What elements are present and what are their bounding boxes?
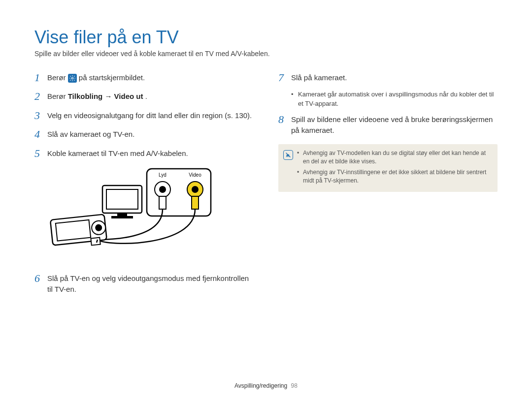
connection-illustration: Lyd Video [48, 166, 254, 266]
bullet-text: Kameraet går automatisk over i avspillin… [298, 90, 498, 108]
settings-icon [68, 74, 77, 83]
step-text-post: på startskjermbildet. [79, 73, 145, 82]
bold-tilkobling: Tilkobling [68, 92, 103, 100]
step-body: Berør Tilkobling → Video ut . [47, 90, 147, 103]
step-body: Velg en videosignalutgang for ditt land … [47, 109, 252, 122]
lyd-label: Lyd [159, 172, 166, 178]
step-body: Slå på TV-en og velg videoutgangsmodus m… [47, 272, 254, 295]
step-number: 1 [34, 71, 47, 84]
step-5: 5 Koble kameraet til TV-en med A/V-kabel… [34, 147, 254, 160]
bullet-dot: • [291, 90, 298, 108]
note-text: Avhengig av TV-innstillingene er det ikk… [303, 168, 491, 185]
note-list: • Avhengig av TV-modellen kan du se digi… [297, 149, 491, 187]
bullet-dot: • [297, 149, 303, 166]
step-text-post: . [145, 92, 147, 100]
step-number: 8 [278, 113, 291, 136]
arrow-icon: → [104, 92, 114, 100]
note-item: • Avhengig av TV-innstillingene er det i… [297, 168, 491, 185]
step-2: 2 Berør Tilkobling → Video ut . [34, 90, 254, 103]
step-3: 3 Velg en videosignalutgang for ditt lan… [34, 109, 254, 122]
step-text-pre: Berør [47, 92, 68, 100]
svg-rect-11 [111, 216, 133, 218]
step-6: 6 Slå på TV-en og velg videoutgangsmodus… [34, 272, 254, 295]
note-box: • Avhengig av TV-modellen kan du se digi… [278, 144, 498, 192]
svg-rect-10 [117, 213, 127, 216]
left-column: 1 Berør på startskjermbildet. 2 Berør [34, 71, 254, 301]
step-body: Slå på kameraet. [291, 71, 347, 84]
step-number: 5 [34, 147, 47, 160]
svg-point-5 [192, 186, 199, 193]
svg-rect-13 [56, 220, 91, 241]
two-column-layout: 1 Berør på startskjermbildet. 2 Berør [34, 71, 498, 301]
step-text-pre: Berør [47, 73, 68, 82]
bold-video-ut: Video ut [114, 92, 143, 100]
svg-point-0 [71, 77, 73, 79]
step-body: Berør på startskjermbildet. [47, 71, 145, 84]
manual-page: Vise filer på en TV Spille av bilder ell… [0, 0, 532, 301]
svg-rect-9 [106, 189, 138, 209]
note-icon [283, 150, 293, 160]
step-number: 3 [34, 109, 47, 122]
step-body: Spill av bildene eller videoene ved å br… [291, 113, 498, 136]
step-number: 4 [34, 128, 47, 141]
note-text: Avhengig av TV-modellen kan du se digita… [303, 149, 491, 166]
step-7: 7 Slå på kameraet. [278, 71, 498, 84]
step-body: Koble kameraet til TV-en med A/V-kabelen… [47, 147, 188, 160]
note-item: • Avhengig av TV-modellen kan du se digi… [297, 149, 491, 166]
subtitle: Spille av bilder eller videoer ved å kob… [34, 50, 498, 58]
footer-section: Avspilling/redigering [234, 382, 287, 389]
step-1: 1 Berør på startskjermbildet. [34, 71, 254, 84]
footer-page-number: 98 [291, 382, 298, 389]
page-title: Vise filer på en TV [34, 27, 498, 48]
step-7-bullet: • Kameraet går automatisk over i avspill… [291, 90, 498, 108]
av-cable-diagram: Lyd Video [48, 166, 226, 264]
step-body: Slå av kameraet og TV-en. [47, 128, 134, 141]
svg-rect-7 [192, 196, 199, 209]
right-column: 7 Slå på kameraet. • Kameraet går automa… [278, 71, 498, 301]
video-label: Video [189, 172, 201, 178]
svg-point-3 [159, 186, 166, 193]
bullet-dot: • [297, 168, 303, 185]
svg-rect-16 [91, 238, 100, 246]
step-number: 7 [278, 71, 291, 84]
page-footer: Avspilling/redigering 98 [0, 382, 532, 389]
step-number: 6 [34, 272, 47, 295]
step-number: 2 [34, 90, 47, 103]
step-4: 4 Slå av kameraet og TV-en. [34, 128, 254, 141]
step-8: 8 Spill av bildene eller videoene ved å … [278, 113, 498, 136]
svg-rect-6 [159, 196, 166, 209]
